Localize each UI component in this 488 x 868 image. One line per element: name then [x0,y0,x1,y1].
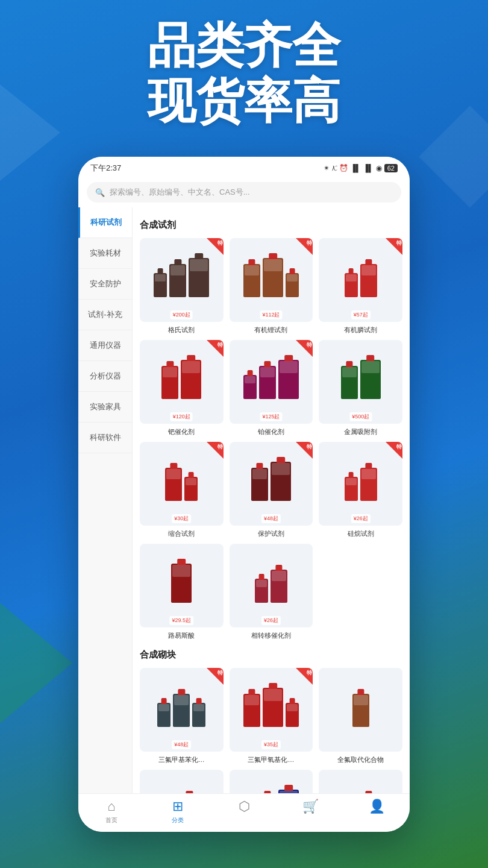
product-sfyjyh[interactable]: ¥35起 三氟甲氧基化… [230,668,313,764]
main-content: 合成试剂 ¥200起 格氏试剂 [133,207,410,793]
product-label-qfqdhhw: 全氟取代化合物 [337,755,384,764]
status-bar: 下午2:37 ✴ 𝓚 ⏰ ▐▌ ▐▌ ◉ 62 [78,157,410,177]
hero-title: 品类齐全 现货率高 [0,18,488,129]
home-icon: ⌂ [107,799,115,814]
product-jhbsj[interactable]: ¥50起 杂环硼酸 [319,770,402,793]
product-lyss[interactable]: ¥29.5起 路易斯酸 [140,544,224,640]
product-grid-hcqk: ¥48起 三氟甲基苯化… ¥35起 三氟甲氧基化… [140,668,402,793]
product-bcchj[interactable]: ¥125起 铂催化剂 [230,340,313,436]
nav-label-home: 首页 [105,816,117,825]
product-label-lyss: 路易斯酸 [168,631,195,640]
category-icon: ⊞ [172,799,183,814]
product-bchj[interactable]: ¥120起 钯催化剂 [140,340,224,436]
content-area: 科研试剂 实验耗材 安全防护 试剂-补充 通用仪器 分析仪器 实验家具 科研软件 [78,207,410,793]
nav-item-home[interactable]: ⌂ 首页 [78,799,145,825]
product-label-bcchj: 铂催化剂 [258,427,284,436]
search-bar[interactable]: 🔍 探索编号、原始编号、中文名、CAS号... [78,177,410,207]
sidebar-item-kyzj[interactable]: 科研试剂 [78,207,132,238]
hero-section: 品类齐全 现货率高 [0,18,488,129]
search-placeholder: 探索编号、原始编号、中文名、CAS号... [110,187,250,198]
sidebar-item-kyrj[interactable]: 科研软件 [78,423,132,453]
product-label-sfyjyh: 三氟甲氧基化… [248,755,294,764]
decorative-triangle-bottom [0,603,72,723]
sidebar-item-aqfh[interactable]: 安全防护 [78,269,132,300]
section-title-hcsj: 合成试剂 [140,219,402,231]
product-gssj[interactable]: ¥200起 格氏试剂 [140,238,224,334]
product-label-yjlinsj: 有机膦试剂 [344,326,377,334]
product-qfqdhhw[interactable]: 全氟取代化合物 [319,668,402,764]
search-input-wrapper[interactable]: 🔍 探索编号、原始编号、中文名、CAS号... [87,182,401,203]
product-bdbbsj[interactable]: 溴代苯硼酸 [230,770,313,793]
product-label-gssj: 格氏试剂 [168,326,195,334]
sidebar-item-tyyq[interactable]: 通用仪器 [78,330,132,361]
product-label-bchj: 钯催化剂 [168,427,195,436]
product-label-yjlisj: 有机锂试剂 [254,326,287,334]
product-bhsj[interactable]: ¥48起 保护试剂 [230,442,313,538]
product-grid-hcsj: ¥200起 格氏试剂 ¥112起 有机锂试剂 [140,238,402,640]
phone-mockup: 下午2:37 ✴ 𝓚 ⏰ ▐▌ ▐▌ ◉ 62 🔍 探索编号、原始编号、中文名、… [78,157,410,832]
nav-item-scan[interactable]: ⬡ [211,799,277,825]
product-lt-ls[interactable]: ¥25起 硫醇·硫醚 [140,770,224,793]
nav-label-category: 分类 [172,816,184,825]
sidebar-item-sjbc[interactable]: 试剂-补充 [78,300,132,330]
product-yjlisj[interactable]: ¥112起 有机锂试剂 [230,238,313,334]
product-label-xzyhjj: 相转移催化剂 [251,631,291,640]
sidebar-item-fxyq[interactable]: 分析仪器 [78,361,132,392]
product-yjlinsj[interactable]: ¥57起 有机膦试剂 [319,238,402,334]
nav-item-category[interactable]: ⊞ 分类 [145,799,211,825]
section-title-hcqk: 合成砌块 [140,649,402,661]
status-time: 下午2:37 [90,163,121,174]
sidebar-item-syji[interactable]: 实验家具 [78,392,132,423]
profile-icon: 👤 [369,799,385,814]
product-shsj[interactable]: ¥30起 缩合试剂 [140,442,224,538]
status-icons: ✴ 𝓚 ⏰ ▐▌ ▐▌ ◉ 62 [324,164,398,172]
product-label-jsxfj: 金属吸附剂 [344,427,377,436]
nav-item-profile[interactable]: 👤 [343,799,410,825]
product-label-bhsj: 保护试剂 [258,529,284,538]
product-gwyj[interactable]: ¥26起 硅烷试剂 [319,442,402,538]
product-jsxfj[interactable]: ¥500起 金属吸附剂 [319,340,402,436]
category-sidebar: 科研试剂 实验耗材 安全防护 试剂-补充 通用仪器 分析仪器 实验家具 科研软件 [78,207,133,793]
product-label-shsj: 缩合试剂 [168,529,195,538]
search-icon: 🔍 [95,188,105,197]
sidebar-item-syscj[interactable]: 实验耗材 [78,238,132,269]
product-xzyhjj[interactable]: ¥26起 相转移催化剂 [230,544,313,640]
scan-icon: ⬡ [239,799,250,814]
bottom-nav: ⌂ 首页 ⊞ 分类 ⬡ 🛒 👤 [78,793,410,832]
product-sfybh[interactable]: ¥48起 三氟甲基苯化… [140,668,224,764]
product-label-sfybh: 三氟甲基苯化… [158,755,205,764]
product-label-gwyj: 硅烷试剂 [348,529,374,538]
cart-icon: 🛒 [302,799,319,814]
nav-item-cart[interactable]: 🛒 [277,799,343,825]
